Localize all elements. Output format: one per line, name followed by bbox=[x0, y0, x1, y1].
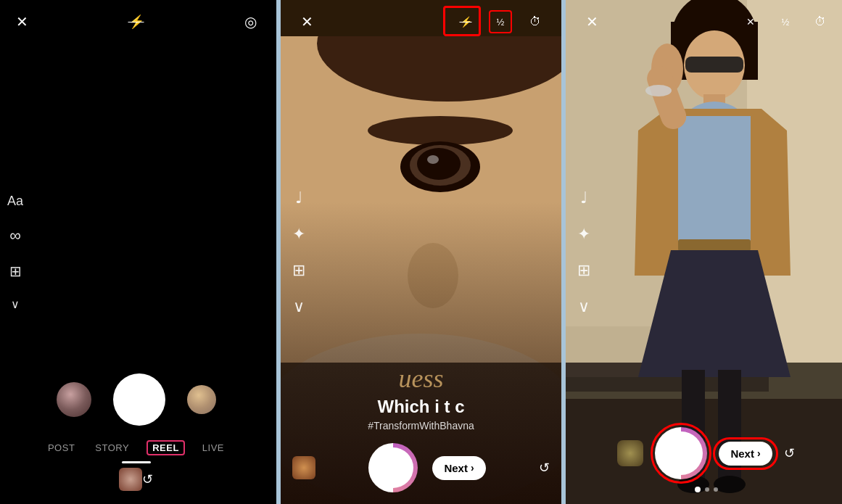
timer-icon-p3[interactable]: ⏱ bbox=[809, 10, 832, 33]
top-bar-panel2: ✕ ⚡ ½ ⏱ bbox=[281, 0, 561, 44]
close-icon-p2[interactable]: ✕ bbox=[295, 10, 318, 33]
flip-camera-icon[interactable]: ↺ bbox=[142, 471, 153, 487]
capture-row bbox=[57, 373, 216, 426]
timer-icon[interactable]: ⏱ bbox=[524, 10, 547, 33]
left-sidebar-panel2: ♩ ✦ ⊞ ∨ bbox=[292, 189, 305, 316]
bottom-controls-panel1: POST STORY REEL LIVE ↺ bbox=[0, 373, 276, 504]
flip-camera-icon-p3[interactable]: ↺ bbox=[784, 445, 795, 461]
sparkle-icon-p3[interactable]: ✦ bbox=[577, 225, 590, 244]
mode-tabs: POST STORY REEL LIVE bbox=[45, 440, 227, 455]
svg-rect-25 bbox=[678, 239, 751, 251]
capture-button[interactable] bbox=[113, 373, 165, 426]
settings-refresh-row: ↺ bbox=[107, 468, 165, 497]
bluetooth-icon[interactable]: ⚡ bbox=[454, 10, 477, 33]
text-icon[interactable]: Aa bbox=[7, 194, 23, 209]
capture-button-container-p3 bbox=[655, 427, 707, 479]
p3-controls-row: Next › ↺ bbox=[566, 427, 842, 479]
dot-2 bbox=[705, 487, 709, 492]
gallery-thumb-p3[interactable] bbox=[617, 440, 643, 466]
svg-point-7 bbox=[427, 155, 439, 164]
chevron-down-icon[interactable]: ∨ bbox=[7, 297, 23, 311]
close-icon-p3[interactable]: ✕ bbox=[580, 10, 603, 33]
infinity-icon[interactable]: ∞ bbox=[7, 226, 23, 245]
tab-live[interactable]: LIVE bbox=[199, 441, 227, 455]
left-sidebar-panel1: Aa ∞ ⊞ ∨ bbox=[7, 194, 23, 311]
dots-indicator bbox=[566, 487, 842, 492]
reel-preview-panel: uess Which i t c #TransformWithBhavna ✕ … bbox=[281, 0, 561, 504]
flash-off-icon[interactable]: ⚡ bbox=[125, 10, 148, 33]
speed-icon-p3[interactable]: ½ bbox=[774, 10, 797, 33]
layout-icon-p3[interactable]: ⊞ bbox=[577, 261, 590, 280]
tab-indicator bbox=[122, 461, 151, 463]
capture-area-p2: Next › bbox=[315, 443, 539, 492]
bottom-controls-panel2: Next › ↺ bbox=[281, 443, 561, 504]
settings-icon[interactable]: ◎ bbox=[239, 10, 262, 33]
music-icon-p2[interactable]: ♩ bbox=[292, 189, 305, 207]
capture-inner-p2 bbox=[373, 447, 413, 488]
fashion-panel: ✕ ✕ ½ ⏱ ♩ ✦ ⊞ ∨ bbox=[566, 0, 842, 504]
next-button-p3[interactable]: Next › bbox=[719, 442, 772, 466]
layout-icon[interactable]: ⊞ bbox=[7, 263, 23, 280]
next-area-p3: Next › bbox=[719, 442, 772, 466]
next-button-p2[interactable]: Next › bbox=[432, 456, 485, 480]
reel-text-overlay: uess Which i t c #TransformWithBhavna bbox=[281, 363, 561, 431]
capture-button-p2[interactable] bbox=[368, 443, 418, 492]
dot-3 bbox=[714, 487, 718, 492]
left-sidebar-panel3: ♩ ✦ ⊞ ∨ bbox=[577, 189, 590, 316]
bottom-controls-panel3: Next › ↺ bbox=[566, 427, 842, 504]
recent-photo-thumbnail[interactable] bbox=[187, 385, 216, 414]
small-gallery-button[interactable] bbox=[119, 468, 142, 491]
chevron-right-icon: › bbox=[471, 462, 474, 474]
dot-1 bbox=[695, 487, 701, 492]
camera-panel: ✕ ⚡ ◎ Aa ∞ ⊞ ∨ POST STORY REEL LIVE bbox=[0, 0, 276, 504]
layout-icon-p2[interactable]: ⊞ bbox=[292, 261, 305, 280]
tab-reel[interactable]: REEL bbox=[146, 440, 185, 455]
chevron-right-icon-p3: › bbox=[757, 447, 761, 459]
which-text: Which i t c bbox=[281, 397, 561, 417]
svg-point-32 bbox=[645, 85, 672, 96]
sparkle-icon-p2[interactable]: ✦ bbox=[292, 225, 305, 244]
top-bar-panel3: ✕ ✕ ½ ⏱ bbox=[566, 0, 842, 44]
next-button-container-p3: Next › bbox=[719, 442, 772, 466]
svg-rect-21 bbox=[685, 57, 743, 73]
speed-icon[interactable]: ½ bbox=[489, 10, 512, 33]
hashtag-text: #TransformWithBhavna bbox=[281, 420, 561, 431]
flip-camera-icon-p2[interactable]: ↺ bbox=[539, 460, 550, 476]
music-icon-p3[interactable]: ♩ bbox=[577, 189, 590, 207]
chevron-down-icon-p3[interactable]: ∨ bbox=[577, 297, 590, 316]
gallery-button-p2[interactable] bbox=[292, 456, 315, 479]
guess-text: uess bbox=[281, 363, 561, 394]
gallery-thumbnail[interactable] bbox=[57, 382, 91, 417]
svg-point-6 bbox=[417, 148, 461, 180]
face-background: uess Which i t c #TransformWithBhavna bbox=[281, 0, 561, 504]
svg-rect-24 bbox=[678, 116, 751, 247]
close-icon[interactable]: ✕ bbox=[10, 10, 33, 33]
tab-story[interactable]: STORY bbox=[92, 441, 132, 455]
chevron-down-icon-p2[interactable]: ∨ bbox=[292, 297, 305, 316]
capture-button-p3[interactable] bbox=[655, 427, 707, 479]
flash-icon-p3[interactable]: ✕ bbox=[739, 10, 762, 33]
top-bar-panel1: ✕ ⚡ ◎ bbox=[0, 0, 276, 44]
tab-post[interactable]: POST bbox=[45, 441, 78, 455]
svg-point-3 bbox=[368, 116, 513, 145]
